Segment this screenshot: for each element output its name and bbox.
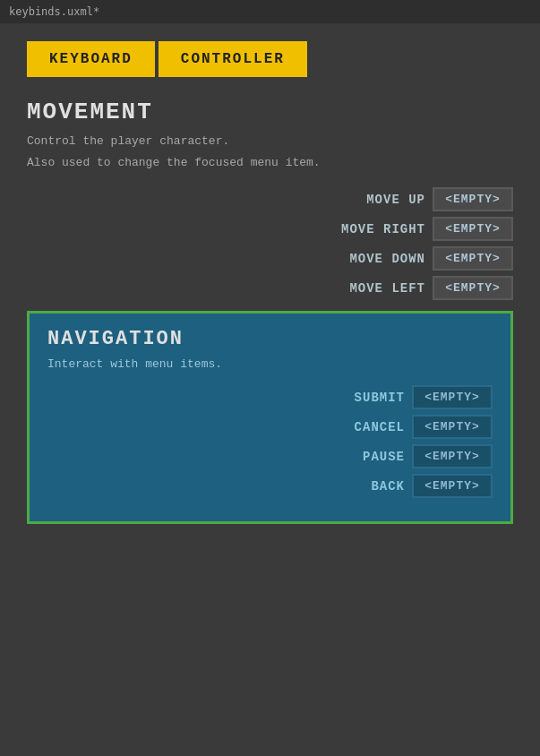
- keybind-label-back: BACK: [371, 479, 405, 494]
- movement-desc2: Also used to change the focused menu ite…: [27, 154, 513, 172]
- keybind-row-move-up: MOVE UP <EMPTY>: [27, 187, 513, 211]
- keybind-label-move-down: MOVE DOWN: [349, 252, 425, 266]
- keybind-row-cancel: CANCEL <EMPTY>: [47, 415, 493, 439]
- keybind-row-move-down: MOVE DOWN <EMPTY>: [27, 246, 513, 271]
- keybind-row-back: BACK <EMPTY>: [47, 474, 493, 498]
- keybind-value-submit[interactable]: <EMPTY>: [412, 385, 493, 409]
- main-content: KEYBOARD CONTROLLER MOVEMENT Control the…: [0, 23, 540, 542]
- movement-desc1: Control the player character.: [27, 133, 513, 150]
- keybind-label-move-left: MOVE LEFT: [349, 281, 425, 296]
- keybind-label-pause: PAUSE: [363, 450, 405, 464]
- keybind-value-cancel[interactable]: <EMPTY>: [412, 415, 493, 439]
- keybind-label-cancel: CANCEL: [355, 420, 405, 434]
- tab-keyboard[interactable]: KEYBOARD: [27, 41, 155, 77]
- keybind-label-move-right: MOVE RIGHT: [341, 222, 425, 236]
- keybind-value-pause[interactable]: <EMPTY>: [412, 444, 493, 468]
- movement-section: MOVEMENT Control the player character. A…: [27, 99, 513, 300]
- movement-title: MOVEMENT: [27, 99, 513, 125]
- keybind-value-move-up[interactable]: <EMPTY>: [433, 187, 513, 211]
- keybind-value-back[interactable]: <EMPTY>: [412, 474, 493, 498]
- navigation-desc: Interact with menu items.: [47, 357, 493, 371]
- keybind-label-submit: SUBMIT: [355, 391, 405, 405]
- keybind-row-submit: SUBMIT <EMPTY>: [47, 385, 493, 409]
- tab-controller[interactable]: CONTROLLER: [159, 41, 307, 77]
- keybind-label-move-up: MOVE UP: [366, 193, 425, 207]
- keybind-value-move-down[interactable]: <EMPTY>: [433, 246, 513, 271]
- keybind-row-move-right: MOVE RIGHT <EMPTY>: [27, 217, 513, 241]
- title-bar-text: keybinds.uxml*: [9, 5, 99, 18]
- navigation-title: NAVIGATION: [47, 328, 493, 350]
- keybind-row-move-left: MOVE LEFT <EMPTY>: [27, 276, 513, 300]
- tab-bar: KEYBOARD CONTROLLER: [27, 41, 513, 77]
- keybind-row-pause: PAUSE <EMPTY>: [47, 444, 493, 468]
- navigation-panel: NAVIGATION Interact with menu items. SUB…: [27, 311, 513, 524]
- keybind-value-move-right[interactable]: <EMPTY>: [433, 217, 513, 241]
- title-bar: keybinds.uxml*: [0, 0, 540, 23]
- keybind-value-move-left[interactable]: <EMPTY>: [433, 276, 513, 300]
